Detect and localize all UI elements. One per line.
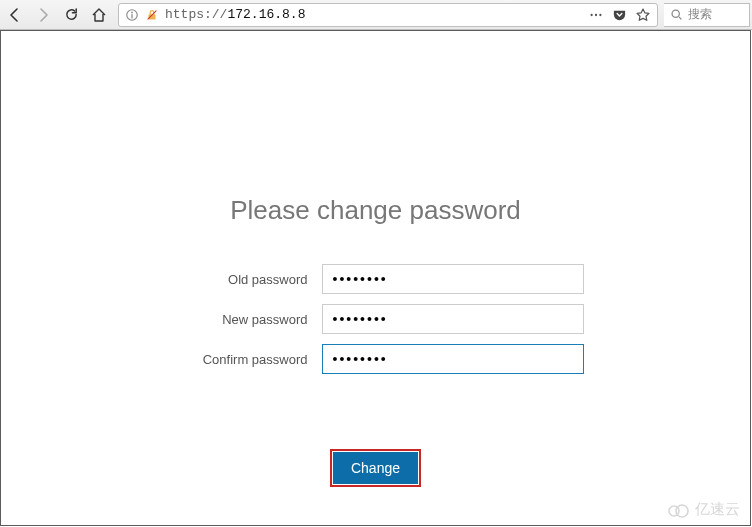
home-button[interactable] bbox=[86, 2, 112, 28]
insecure-lock-icon bbox=[145, 8, 159, 22]
search-box[interactable]: 搜索 bbox=[664, 3, 750, 27]
watermark: 亿速云 bbox=[667, 500, 740, 519]
new-password-row: New password bbox=[1, 304, 750, 334]
svg-point-7 bbox=[672, 10, 679, 17]
svg-rect-2 bbox=[131, 14, 132, 18]
back-button[interactable] bbox=[2, 2, 28, 28]
svg-point-4 bbox=[590, 13, 592, 15]
old-password-label: Old password bbox=[168, 272, 308, 287]
svg-point-6 bbox=[599, 13, 601, 15]
back-icon bbox=[7, 7, 23, 23]
page-content: Please change password Old password New … bbox=[0, 30, 751, 526]
page-title: Please change password bbox=[1, 195, 750, 226]
confirm-password-row: Confirm password bbox=[1, 344, 750, 374]
old-password-row: Old password bbox=[1, 264, 750, 294]
browser-toolbar: https://172.16.8.8 搜索 bbox=[0, 0, 752, 30]
change-button[interactable]: Change bbox=[333, 452, 418, 484]
svg-point-5 bbox=[595, 13, 597, 15]
new-password-input[interactable] bbox=[322, 304, 584, 334]
url-text: https://172.16.8.8 bbox=[165, 7, 582, 22]
confirm-password-label: Confirm password bbox=[168, 352, 308, 367]
confirm-password-input[interactable] bbox=[322, 344, 584, 374]
new-password-label: New password bbox=[168, 312, 308, 327]
old-password-input[interactable] bbox=[322, 264, 584, 294]
reload-button[interactable] bbox=[58, 2, 84, 28]
submit-row: Change bbox=[1, 452, 750, 484]
info-icon bbox=[125, 8, 139, 22]
home-icon bbox=[91, 7, 107, 23]
reload-icon bbox=[64, 7, 79, 22]
forward-button[interactable] bbox=[30, 2, 56, 28]
search-placeholder: 搜索 bbox=[688, 6, 712, 23]
watermark-icon bbox=[667, 502, 691, 518]
ellipsis-icon[interactable] bbox=[588, 8, 604, 22]
star-icon[interactable] bbox=[635, 7, 651, 23]
svg-point-9 bbox=[676, 505, 688, 517]
pocket-icon[interactable] bbox=[612, 7, 627, 22]
svg-point-1 bbox=[131, 11, 133, 13]
search-icon bbox=[670, 8, 683, 21]
address-bar[interactable]: https://172.16.8.8 bbox=[118, 3, 658, 27]
forward-icon bbox=[35, 7, 51, 23]
